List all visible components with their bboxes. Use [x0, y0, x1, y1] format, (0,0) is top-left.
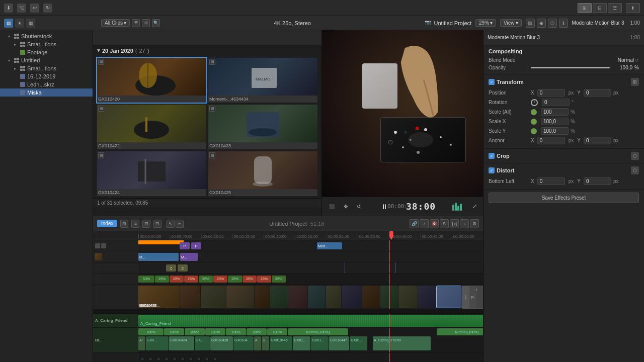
- audio-pct-4[interactable]: 100%: [205, 328, 225, 335]
- info-icon[interactable]: ℹ: [559, 19, 568, 28]
- effects-icon[interactable]: ★: [15, 19, 24, 28]
- track-eye-icon[interactable]: [95, 243, 100, 248]
- snap-btn[interactable]: |◁: [450, 219, 459, 228]
- sidebar-item-date[interactable]: 16-12-2019: [0, 72, 93, 80]
- timeline-btn1[interactable]: ⊞: [120, 220, 128, 228]
- view-dropdown[interactable]: View ▾: [500, 19, 522, 27]
- audio-sm-clip-a[interactable]: A: [254, 336, 261, 350]
- zoom-dropdown[interactable]: 29% ▾: [475, 19, 496, 27]
- media-thumb-moment[interactable]: ▤ MALMO Moment-...4634434: [208, 58, 317, 103]
- audio-sm-clip-gx3[interactable]: GX0104...: [233, 336, 254, 350]
- all-clips-dropdown[interactable]: All Clips ▾: [101, 19, 130, 27]
- pct-chip-8[interactable]: 25%: [243, 276, 257, 283]
- transform-checkbox[interactable]: [489, 79, 495, 85]
- position-y-input[interactable]: [584, 89, 611, 97]
- pointer-tool[interactable]: ↖: [167, 220, 175, 228]
- audio-pct-1[interactable]: 100%: [138, 328, 164, 335]
- keyframe-10[interactable]: ⬦: [213, 355, 216, 361]
- audio-sm-clip-g[interactable]: G...: [262, 336, 269, 350]
- download-icon[interactable]: ⬇: [4, 4, 13, 13]
- position-x-input[interactable]: [537, 89, 565, 97]
- audio-sm-clip-gx010428[interactable]: GX010428: [210, 336, 233, 350]
- audio-pct-6[interactable]: 100%: [247, 328, 267, 335]
- clip-z1[interactable]: Z: [166, 264, 176, 272]
- pct-chip-3[interactable]: 25%: [170, 276, 184, 283]
- media-pool-icon[interactable]: ▤: [4, 19, 13, 28]
- effects-filter-icon[interactable]: ⬡: [548, 19, 557, 28]
- scale-knob[interactable]: [531, 109, 537, 115]
- sidebar-item-smartions2[interactable]: ▸ Smar...tions: [0, 64, 93, 72]
- audio-sm-clip-gx4[interactable]: GX01...: [293, 336, 310, 350]
- video-clip-12[interactable]: GX010447: [398, 286, 418, 308]
- audio-pct-normal2[interactable]: Normal (100%): [437, 328, 483, 335]
- mute-btn[interactable]: 🔇: [430, 219, 439, 228]
- pct-chip-10[interactable]: 25%: [272, 276, 286, 283]
- audio-btn[interactable]: ♪: [420, 219, 429, 228]
- timeline-btn4[interactable]: ⊟: [153, 220, 162, 228]
- video-clip-13[interactable]: GX...: [418, 286, 436, 308]
- pct-chip-5[interactable]: 25%: [199, 276, 213, 283]
- audio-sm-clip-gx5[interactable]: GX01...: [311, 336, 329, 350]
- bottom-left-y-input[interactable]: [584, 177, 611, 185]
- keyframe-9[interactable]: ⬦: [205, 355, 208, 361]
- anchor-y-input[interactable]: [584, 137, 611, 144]
- scale-y-input[interactable]: [541, 127, 569, 135]
- sidebar-item-smartions1[interactable]: ▸ Smar...tions: [0, 40, 93, 48]
- sidebar-item-untitled[interactable]: ▾ Untitled: [0, 56, 93, 64]
- video-clip-5[interactable]: GX0...: [270, 286, 288, 308]
- bottom-left-x-input[interactable]: [537, 177, 565, 185]
- key-icon[interactable]: ⌥: [17, 4, 26, 13]
- audio-sm-clip-gx6[interactable]: GX01...: [350, 336, 367, 350]
- media-thumb-gx010422[interactable]: ▤ GX010422: [97, 105, 206, 149]
- audio-pct-5[interactable]: 100%: [226, 328, 246, 335]
- audio-pct-a[interactable]: 100%: [267, 328, 287, 335]
- clip-p1[interactable]: P: [180, 242, 190, 249]
- pct-chip-6[interactable]: 25%: [213, 276, 227, 283]
- keyframe-1[interactable]: ⬦: [141, 355, 144, 361]
- pct-chip-2[interactable]: 25%: [155, 276, 169, 283]
- opacity-slider[interactable]: [531, 67, 610, 68]
- save-preset-button[interactable]: Save Effects Preset: [489, 193, 639, 203]
- keyframe-7[interactable]: ⬦: [189, 355, 192, 361]
- color-wheels-icon[interactable]: ◉: [537, 19, 546, 28]
- fullscreen-btn[interactable]: ⤢: [470, 202, 479, 211]
- pct-chip-4[interactable]: 25%: [184, 276, 198, 283]
- crop-checkbox[interactable]: [489, 153, 495, 159]
- transform-reset-btn[interactable]: ⊞: [631, 78, 639, 86]
- loop-btn[interactable]: ↺: [354, 202, 363, 211]
- solo-btn[interactable]: S: [440, 219, 449, 228]
- list-btn[interactable]: ☰: [132, 19, 140, 27]
- video-scope-icon[interactable]: ▤: [526, 19, 535, 28]
- grid-2-icon[interactable]: ⊟: [593, 3, 607, 13]
- video-clip-gx010424[interactable]: GX010424: [226, 286, 254, 308]
- pct-chip-7[interactable]: 25%: [228, 276, 242, 283]
- rotation-dial[interactable]: [531, 99, 538, 106]
- keyframe-4[interactable]: ⬦: [165, 355, 168, 361]
- aspect-ratio-btn[interactable]: ⬛: [326, 202, 337, 211]
- link-clips-btn[interactable]: 🔗: [410, 219, 419, 228]
- sidebar-item-miska[interactable]: Miska: [0, 88, 93, 97]
- audio-sm-clip-caring-friend[interactable]: A_Caring_Friend: [373, 336, 431, 350]
- clip-p2[interactable]: P: [191, 242, 201, 249]
- timeline-btn2[interactable]: ≡: [131, 220, 139, 228]
- undo-icon[interactable]: ↩: [30, 4, 39, 13]
- scale-y-knob[interactable]: [531, 128, 537, 134]
- list-view-icon[interactable]: ☰: [608, 3, 622, 13]
- audio-sm-clip-gx010445[interactable]: GX010445: [270, 336, 292, 350]
- video-clip-4[interactable]: [255, 286, 270, 308]
- keyframe-2[interactable]: ⬦: [149, 355, 152, 361]
- video-clip-6[interactable]: GX0104...: [288, 286, 307, 308]
- video-clip-3[interactable]: GX0...: [201, 286, 226, 308]
- clip-z2[interactable]: Z: [178, 264, 188, 272]
- marker-btn[interactable]: ⬦: [460, 219, 469, 228]
- clip-mod[interactable]: Mod...: [317, 242, 342, 249]
- distort-checkbox[interactable]: [489, 167, 495, 173]
- timeline-icon2[interactable]: ▦: [26, 19, 35, 28]
- audio-sm-clip-ai[interactable]: Ai: [138, 336, 145, 350]
- timeline-btn3[interactable]: ⊟: [142, 220, 150, 228]
- grid-4-icon[interactable]: ⊞: [578, 3, 592, 13]
- media-thumb-gx010424[interactable]: ▤ GX010424: [97, 151, 206, 196]
- settings-btn[interactable]: ⚙: [470, 219, 479, 228]
- grid-btn[interactable]: ⊞: [142, 19, 150, 27]
- sidebar-item-shutterstock[interactable]: ▾ Shutterstock: [0, 32, 93, 40]
